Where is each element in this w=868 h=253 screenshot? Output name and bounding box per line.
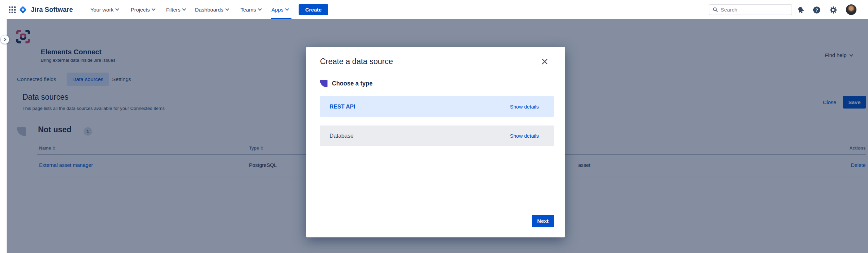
nav-item-label: Teams bbox=[241, 7, 256, 13]
panel-expand-button[interactable] bbox=[1, 35, 9, 44]
step-label: Choose a type bbox=[332, 80, 373, 87]
nav-item-label: Filters bbox=[166, 7, 180, 13]
app-switcher-icon bbox=[8, 6, 16, 14]
notifications-button[interactable] bbox=[797, 6, 805, 14]
chevron-down-icon bbox=[116, 7, 119, 11]
help-icon: ? bbox=[813, 6, 821, 14]
chevron-down-icon bbox=[182, 7, 186, 11]
nav-item-dashboards[interactable]: Dashboards bbox=[195, 0, 229, 19]
nav-item-apps[interactable]: Apps bbox=[271, 0, 288, 19]
svg-text:?: ? bbox=[815, 7, 818, 13]
product-name: Jira Software bbox=[31, 6, 73, 14]
active-nav-underline bbox=[271, 18, 291, 19]
show-details-link[interactable]: Show details bbox=[510, 104, 539, 110]
create-button[interactable]: Create bbox=[299, 4, 328, 15]
option-label: Database bbox=[330, 133, 354, 139]
gear-icon bbox=[829, 6, 837, 14]
nav-item-label: Apps bbox=[271, 7, 283, 13]
nav-item-projects[interactable]: Projects bbox=[131, 0, 155, 19]
next-button[interactable]: Next bbox=[532, 215, 554, 227]
option-database[interactable]: Database Show details bbox=[320, 125, 554, 146]
chevron-down-icon bbox=[258, 7, 262, 11]
show-details-link[interactable]: Show details bbox=[510, 133, 539, 139]
search-input[interactable] bbox=[721, 7, 788, 13]
jira-logo-icon bbox=[18, 5, 28, 14]
search-icon bbox=[713, 7, 718, 13]
modal-close-button[interactable] bbox=[539, 56, 550, 66]
left-sidebar-rail bbox=[0, 19, 7, 253]
bell-icon bbox=[797, 6, 805, 14]
top-nav: Jira Software Your work Projects Filters… bbox=[0, 0, 868, 19]
chevron-right-icon bbox=[3, 38, 6, 41]
app-switcher-button[interactable] bbox=[8, 6, 16, 14]
step-leaf-icon bbox=[320, 80, 327, 87]
product-home-link[interactable]: Jira Software bbox=[18, 0, 73, 19]
nav-item-label: Your work bbox=[90, 7, 113, 13]
create-data-source-dialog: Create a data source Choose a type REST … bbox=[306, 47, 565, 237]
settings-button[interactable] bbox=[829, 6, 837, 14]
option-rest-api[interactable]: REST API Show details bbox=[320, 96, 554, 117]
option-label: REST API bbox=[330, 103, 355, 110]
avatar[interactable] bbox=[846, 4, 856, 15]
chevron-down-icon bbox=[152, 7, 155, 11]
screen: Elements Connect Bring external data ins… bbox=[0, 0, 868, 253]
close-icon bbox=[541, 58, 548, 65]
nav-item-filters[interactable]: Filters bbox=[166, 0, 185, 19]
nav-item-label: Dashboards bbox=[195, 7, 224, 13]
help-button[interactable]: ? bbox=[813, 6, 821, 14]
nav-item-teams[interactable]: Teams bbox=[241, 0, 261, 19]
search-box bbox=[709, 4, 792, 15]
chevron-down-icon bbox=[225, 7, 229, 11]
nav-item-your-work[interactable]: Your work bbox=[90, 0, 119, 19]
modal-title: Create a data source bbox=[320, 57, 393, 66]
nav-item-label: Projects bbox=[131, 7, 150, 13]
step-header: Choose a type bbox=[320, 80, 373, 87]
chevron-down-icon bbox=[285, 7, 289, 11]
